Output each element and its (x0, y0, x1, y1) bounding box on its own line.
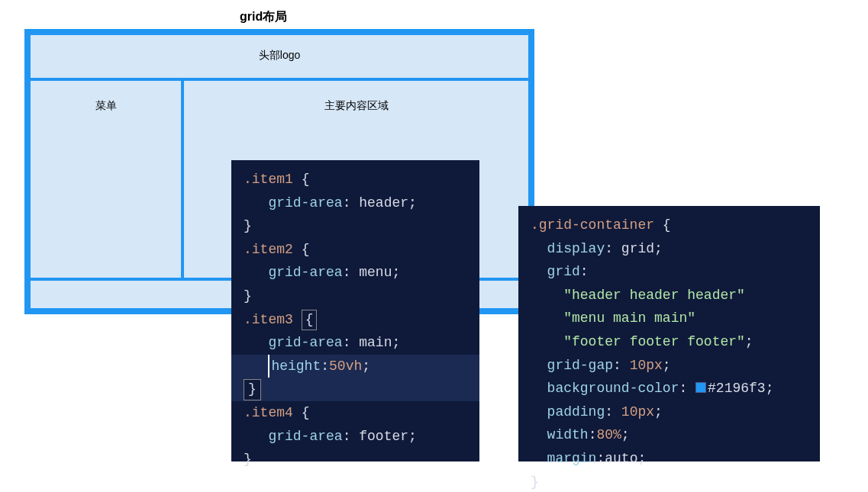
code-line: display: grid; (531, 237, 808, 261)
code-line: grid: (531, 260, 808, 284)
bracket-highlight: } (244, 379, 261, 400)
code-line: grid-area: main; (244, 331, 467, 355)
code-line: grid-area: footer; (244, 425, 467, 449)
code-block-grid-container: .grid-container { display: grid; grid: "… (518, 206, 820, 461)
code-line: grid-gap: 10px; (531, 354, 808, 378)
code-line: .item3 { (244, 308, 467, 332)
color-swatch-icon (695, 382, 706, 393)
code-line: .item1 { (244, 168, 467, 191)
code-line: .item2 { (244, 238, 467, 262)
cursor-position: height (268, 355, 321, 378)
page-title: grid布局 (240, 9, 287, 25)
code-line: "menu main main" (531, 307, 808, 330)
code-line: height:50vh; (231, 355, 479, 378)
code-line: grid-area: header; (244, 191, 467, 215)
code-line: "header header header" (531, 284, 808, 307)
code-line: .item4 { (244, 401, 467, 425)
code-line: background-color: #2196f3; (531, 377, 808, 400)
grid-cell-header: 头部logo (31, 35, 528, 78)
code-line: .grid-container { (531, 214, 808, 237)
grid-cell-menu: 菜单 (31, 81, 181, 278)
bracket-highlight: { (302, 310, 318, 330)
code-line: } (244, 214, 467, 238)
code-line: margin:auto; (531, 447, 808, 471)
code-line: } (244, 285, 467, 308)
code-line: "footer footer footer"; (531, 330, 808, 354)
code-line: padding: 10px; (531, 400, 808, 424)
code-line: } (531, 471, 808, 492)
code-line: } (231, 378, 479, 401)
code-line: } (244, 448, 467, 471)
code-block-grid-items: .item1 { grid-area: header;}.item2 { gri… (231, 160, 479, 461)
code-line: width:80%; (531, 423, 808, 447)
code-line: grid-area: menu; (244, 261, 467, 285)
